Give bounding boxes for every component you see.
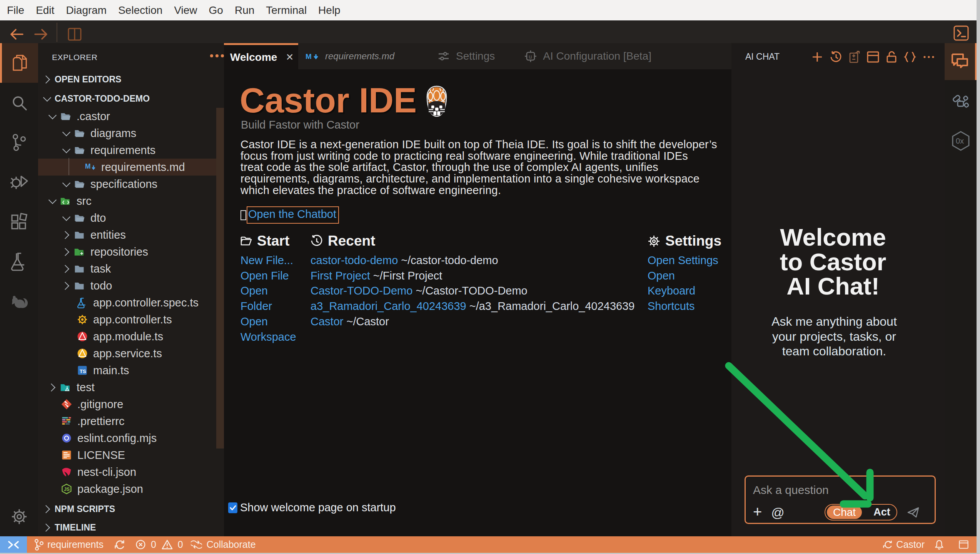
- svg-text:M: M: [306, 52, 312, 60]
- svg-text:JS: JS: [64, 487, 70, 492]
- svg-text:u: u: [529, 53, 532, 60]
- svg-text:0x: 0x: [956, 137, 964, 145]
- svg-text:TS: TS: [80, 368, 86, 374]
- svg-text:M: M: [85, 162, 91, 170]
